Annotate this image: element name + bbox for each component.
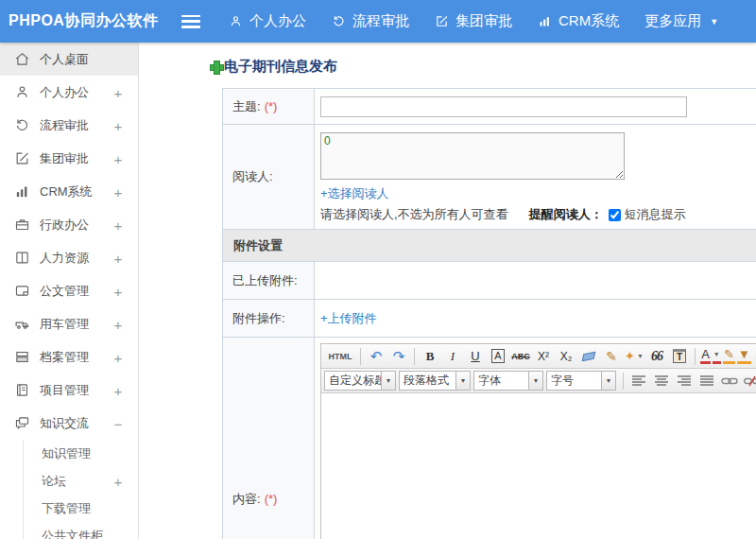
expand-toggle[interactable]: +	[112, 283, 125, 299]
add-plus-icon	[210, 61, 222, 73]
sidebar-item-knowledge-exchange[interactable]: 知识交流 −	[0, 407, 138, 440]
required-mark: (*)	[265, 492, 278, 506]
align-center-button[interactable]	[651, 371, 672, 391]
top-navigation: 个人办公 流程审批 集团审批 CRM系统 更多应用 ▼	[229, 12, 718, 30]
required-mark: (*)	[265, 99, 278, 113]
font-border-button[interactable]: A	[488, 346, 508, 366]
expand-toggle[interactable]: +	[112, 183, 125, 200]
car-icon	[14, 316, 30, 332]
blockquote-button[interactable]: 66	[646, 346, 667, 366]
subscript-button[interactable]: X₂	[556, 346, 576, 366]
sidebar-item-vehicle-management[interactable]: 用车管理 +	[0, 307, 138, 340]
document-icon	[14, 283, 30, 299]
eraser-icon	[582, 351, 596, 360]
sidebar-item-knowledge-management[interactable]: 知识管理	[0, 440, 138, 467]
sidebar: 个人桌面 个人办公 + 流程审批 + 集团审批 + CRM系统 + 行政办公 +…	[0, 43, 139, 539]
sidebar-item-crm[interactable]: CRM系统 +	[0, 175, 138, 208]
paste-plain-button[interactable]: T	[669, 346, 690, 366]
sidebar-item-workflow-approval[interactable]: 流程审批 +	[0, 109, 138, 142]
app-logo: PHPOA协同办公软件	[0, 11, 181, 31]
attachment-operation-label: 附件操作:	[223, 300, 315, 338]
readers-label: 阅读人:	[223, 125, 315, 230]
auto-typeset-button[interactable]: ✦▼	[624, 346, 644, 366]
highlight-color-button[interactable]: ✎▼	[723, 346, 751, 366]
select-readers-link[interactable]: +选择阅读人	[320, 186, 389, 200]
nav-item-crm[interactable]: CRM系统	[538, 12, 619, 30]
uploaded-attachments-value	[315, 262, 756, 300]
italic-button[interactable]: I	[442, 346, 463, 366]
nav-item-group-approval[interactable]: 集团审批	[435, 12, 512, 30]
nav-item-personal-office[interactable]: 个人办公	[229, 12, 306, 30]
align-left-button[interactable]	[628, 371, 649, 391]
publish-form: 主题:(*) 阅读人: 0 +选择阅读人 请选择阅读人,不选为所有人可查看 提醒…	[222, 88, 756, 539]
sidebar-item-project-management[interactable]: 项目管理 +	[0, 374, 138, 407]
readers-textarea[interactable]: 0	[320, 132, 625, 180]
align-right-button[interactable]	[674, 371, 695, 391]
history-icon	[14, 117, 30, 133]
chart-icon	[538, 14, 552, 28]
unlink-button[interactable]	[742, 371, 756, 391]
font-color-button[interactable]: A▼	[700, 346, 721, 366]
expand-toggle[interactable]: +	[112, 473, 125, 489]
bold-button[interactable]: B	[420, 346, 440, 366]
uploaded-attachments-label: 已上传附件:	[223, 262, 315, 300]
superscript-button[interactable]: X²	[533, 346, 554, 366]
align-justify-button[interactable]	[696, 371, 717, 391]
chevron-down-icon: ▼	[601, 372, 615, 390]
subject-input[interactable]	[320, 96, 687, 117]
sms-notify-label: 短消息提示	[625, 206, 686, 223]
paragraph-format-select[interactable]: 段落格式▼	[399, 371, 471, 391]
font-size-select[interactable]: 字号▼	[546, 371, 616, 391]
editor-content-area[interactable]	[321, 393, 756, 539]
sidebar-item-official-documents[interactable]: 公文管理 +	[0, 274, 138, 307]
sms-notify-checkbox[interactable]	[609, 209, 621, 221]
history-icon	[332, 14, 346, 28]
sidebar-item-personal-desktop[interactable]: 个人桌面	[0, 43, 138, 76]
collapse-toggle[interactable]: −	[112, 415, 125, 431]
subject-label: 主题:(*)	[223, 89, 315, 125]
font-family-select[interactable]: 字体▼	[473, 371, 543, 391]
book-icon	[14, 250, 30, 266]
expand-toggle[interactable]: +	[112, 382, 125, 398]
expand-toggle[interactable]: +	[112, 84, 125, 100]
upload-attachment-link[interactable]: +上传附件	[320, 311, 377, 325]
html-source-button[interactable]: HTML	[325, 346, 355, 366]
top-header: PHPOA协同办公软件 个人办公 流程审批 集团审批 CRM系统 更多应用 ▼	[0, 0, 756, 43]
redo-button[interactable]: ↷	[388, 346, 409, 366]
nav-item-workflow-approval[interactable]: 流程审批	[332, 12, 409, 30]
sidebar-item-human-resources[interactable]: 人力资源 +	[0, 241, 138, 274]
expand-toggle[interactable]: +	[112, 316, 125, 332]
unlink-icon	[744, 375, 756, 387]
sidebar-item-personal-office[interactable]: 个人办公 +	[0, 76, 138, 109]
chevron-down-icon: ▼	[710, 17, 718, 26]
undo-button[interactable]: ↶	[366, 346, 387, 366]
sidebar-item-archive-management[interactable]: 档案管理 +	[0, 340, 138, 374]
chevron-down-icon: ▼	[381, 372, 395, 390]
strikethrough-button[interactable]: ABC	[510, 346, 531, 366]
sidebar-item-download-management[interactable]: 下载管理	[0, 495, 138, 522]
menu-toggle-icon[interactable]	[181, 15, 200, 28]
insert-link-button[interactable]	[719, 371, 740, 391]
home-icon	[14, 51, 30, 67]
expand-toggle[interactable]: +	[112, 150, 125, 166]
align-justify-icon	[699, 374, 714, 387]
remove-format-button[interactable]	[578, 346, 599, 366]
underline-button[interactable]: U	[465, 346, 486, 366]
attachment-section-header: 附件设置	[223, 230, 756, 262]
align-center-icon	[654, 374, 669, 387]
sidebar-item-forum[interactable]: 论坛 +	[0, 467, 138, 495]
user-icon	[229, 14, 243, 28]
custom-title-select[interactable]: 自定义标题▼	[324, 371, 396, 391]
expand-toggle[interactable]: +	[112, 349, 125, 365]
remind-readers-label: 提醒阅读人：	[529, 206, 603, 223]
expand-toggle[interactable]: +	[112, 250, 125, 266]
sidebar-item-public-file-cabinet[interactable]: 公共文件柜	[0, 522, 138, 539]
user-icon	[14, 84, 30, 100]
expand-toggle[interactable]: +	[112, 217, 125, 233]
sidebar-item-administration[interactable]: 行政办公 +	[0, 208, 138, 241]
nav-item-more-apps[interactable]: 更多应用 ▼	[644, 12, 718, 30]
sidebar-item-group-approval[interactable]: 集团审批 +	[0, 142, 138, 175]
expand-toggle[interactable]: +	[112, 117, 125, 133]
format-brush-button[interactable]: ✎	[601, 346, 622, 366]
chevron-down-icon: ▼	[737, 348, 751, 364]
